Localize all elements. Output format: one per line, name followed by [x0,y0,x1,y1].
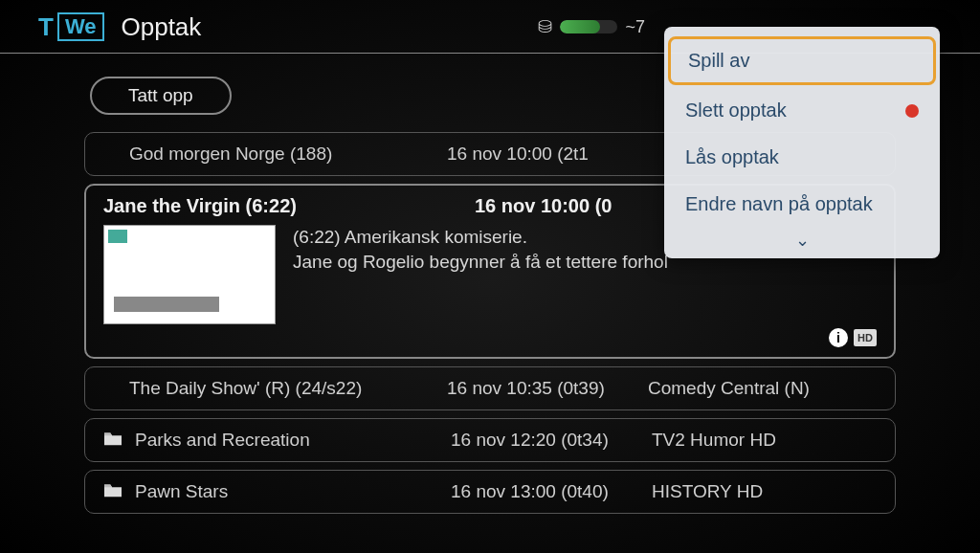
logo-text-1: T [38,12,54,42]
app-logo: T We [38,12,104,42]
recording-thumbnail [103,225,276,324]
recording-time: 16 nov 10:00 (2t1 [447,144,648,165]
recording-title: God morgen Norge (188) [102,144,447,165]
recording-channel: HISTORY HD [652,481,878,502]
page-title: Opptak [122,12,202,42]
folder-icon [102,430,125,452]
recording-title: The Daily Show' (R) (24/s22) [102,378,447,399]
menu-item-rename[interactable]: Endre navn på opptak [664,181,940,228]
folder-icon [102,481,125,503]
recording-time: 16 nov 13:00 (0t40) [451,481,652,502]
chevron-down-icon[interactable]: ⌄ [664,228,940,251]
info-icon[interactable]: i [829,328,848,347]
recording-title: Pawn Stars [135,481,451,502]
recording-time: 16 nov 12:20 (0t34) [451,430,652,451]
recording-title: Jane the Virgin (6:22) [103,195,475,217]
recording-row[interactable]: Parks and Recreation 16 nov 12:20 (0t34)… [84,418,896,462]
capacity-bar [560,20,617,33]
tab-recorded[interactable]: Tatt opp [90,77,232,115]
hd-badge: HD [854,329,877,346]
recording-row[interactable]: The Daily Show' (R) (24/s22) 16 nov 10:3… [84,366,896,410]
context-menu: Spill av Slett opptak Lås opptak Endre n… [664,27,940,258]
recording-time: 16 nov 10:00 (0 [475,195,676,217]
capacity-text: ~7 [625,17,645,37]
menu-item-delete[interactable]: Slett opptak [664,87,940,134]
recording-row[interactable]: Pawn Stars 16 nov 13:00 (0t40) HISTORY H… [84,470,896,514]
recording-time: 16 nov 10:35 (0t39) [447,378,648,399]
disk-icon: ⛁ [538,16,552,37]
recording-title: Parks and Recreation [135,430,451,451]
logo-text-2: We [57,12,104,41]
menu-item-lock[interactable]: Lås opptak [664,134,940,181]
recording-channel: Comedy Central (N) [648,378,878,399]
record-dot-icon [905,104,919,118]
storage-indicator: ⛁ ~7 [538,16,645,37]
recording-channel: TV2 Humor HD [652,430,878,451]
menu-item-play[interactable]: Spill av [668,36,936,85]
